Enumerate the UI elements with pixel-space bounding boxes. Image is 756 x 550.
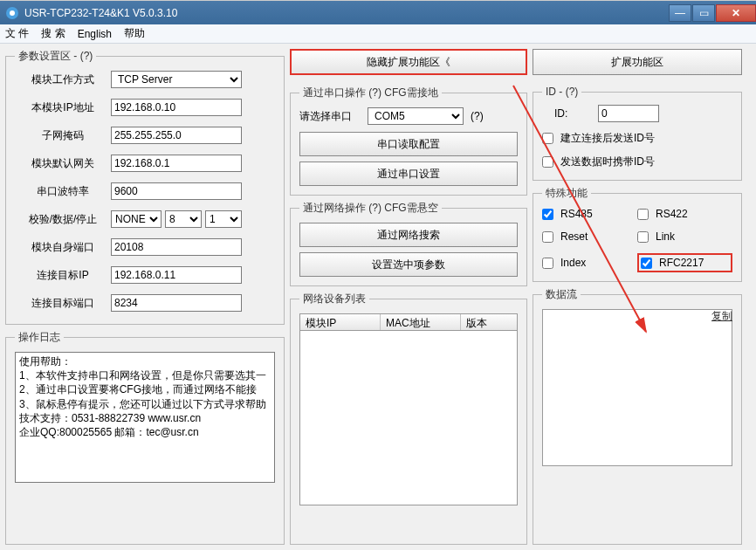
mode-select[interactable]: TCP Server [111, 71, 242, 88]
device-list-header: 模块IP MAC地址 版本 [299, 313, 518, 331]
titlebar: USR-TCP232-T24&K1 V5.0.3.10 — ▭ ✕ [0, 0, 756, 24]
col-ip[interactable]: 模块IP [300, 314, 381, 330]
copy-link[interactable]: 复制 [711, 309, 732, 324]
network-panel: 通过网络操作 (?) CFG需悬空 通过网络搜索 设置选中项参数 [290, 201, 527, 286]
reset-row[interactable]: Reset [542, 230, 637, 243]
index-label: Index [560, 257, 586, 269]
id-panel: ID - (?) ID: 建立连接后发送ID号 发送数据时携带ID号 [533, 86, 742, 181]
target-port-label: 连接目标端口 [15, 296, 111, 311]
app-icon [5, 6, 19, 20]
svg-point-1 [10, 10, 15, 16]
rs485-checkbox[interactable] [542, 209, 553, 220]
menu-english[interactable]: English [78, 28, 112, 40]
rs422-label: RS422 [656, 208, 688, 220]
data-id-row[interactable]: 发送数据时携带ID号 [542, 155, 732, 169]
set-selected-button[interactable]: 设置选中项参数 [299, 252, 518, 277]
reset-label: Reset [560, 230, 588, 243]
rs485-row[interactable]: RS485 [542, 208, 637, 220]
parity-select[interactable]: NONE [111, 210, 162, 228]
local-port-label: 模块自身端口 [15, 240, 111, 255]
link-checkbox[interactable] [637, 231, 649, 243]
hide-extend-button[interactable]: 隐藏扩展功能区《 [290, 49, 527, 75]
params-panel: 参数设置区 - (?) 模块工作方式 TCP Server 本模块IP地址 子网… [5, 49, 285, 325]
ip-input[interactable] [111, 99, 242, 116]
id-input[interactable] [598, 105, 659, 122]
col-mac[interactable]: MAC地址 [381, 314, 461, 330]
link-row[interactable]: Link [637, 230, 732, 243]
data-id-label: 发送数据时携带ID号 [560, 155, 655, 169]
index-row[interactable]: Index [542, 253, 637, 272]
id-legend: ID - (?) [542, 86, 581, 98]
serial-help-icon[interactable]: (?) [471, 110, 484, 122]
minimize-button[interactable]: — [669, 4, 691, 22]
pds-label: 校验/数据/停止 [15, 212, 111, 227]
window-buttons: — ▭ ✕ [668, 4, 756, 22]
window-title: USR-TCP232-T24&K1 V5.0.3.10 [24, 7, 668, 19]
menu-search[interactable]: 搜 索 [41, 26, 65, 41]
com-select[interactable]: COM5 [368, 107, 464, 125]
conn-id-label: 建立连接后发送ID号 [560, 131, 655, 146]
rfc2217-label: RFC2217 [659, 257, 704, 269]
mask-label: 子网掩码 [15, 128, 111, 143]
params-legend: 参数设置区 - (?) [15, 49, 96, 64]
rfc2217-checkbox[interactable] [641, 258, 652, 269]
mask-input[interactable] [111, 127, 242, 144]
index-checkbox[interactable] [542, 258, 553, 269]
rfc2217-row[interactable]: RFC2217 [641, 257, 704, 269]
oplog-text: 使用帮助： 1、本软件支持串口和网络设置，但是你只需要选其一 2、通过串口设置要… [15, 352, 275, 483]
device-list-panel: 网络设备列表 模块IP MAC地址 版本 [290, 292, 527, 545]
col-ver[interactable]: 版本 [461, 314, 517, 330]
target-ip-input[interactable] [111, 266, 242, 284]
rs422-checkbox[interactable] [637, 209, 649, 220]
net-search-button[interactable]: 通过网络搜索 [299, 223, 518, 247]
conn-id-row[interactable]: 建立连接后发送ID号 [542, 131, 732, 146]
special-panel: 特殊功能 RS485 RS422 Reset Link Index RFC221… [533, 186, 742, 282]
oplog-legend: 操作日志 [15, 330, 64, 345]
serial-set-button[interactable]: 通过串口设置 [299, 162, 518, 186]
rs422-row[interactable]: RS422 [637, 208, 732, 220]
target-ip-label: 连接目标IP [15, 268, 111, 283]
conn-id-checkbox[interactable] [542, 133, 553, 144]
menubar: 文 件 搜 索 English 帮助 [0, 24, 756, 44]
read-config-button[interactable]: 串口读取配置 [299, 132, 518, 156]
serial-panel: 通过串口操作 (?) CFG需接地 请选择串口 COM5 (?) 串口读取配置 … [290, 86, 527, 196]
expand-area-button[interactable]: 扩展功能区 [533, 49, 742, 75]
datastream-panel: 数据流 复制 [533, 287, 742, 545]
datastream-title: 数据流 [546, 288, 577, 300]
datastream-legend: 数据流 [542, 287, 581, 302]
menu-help[interactable]: 帮助 [124, 26, 145, 41]
select-serial-label: 请选择串口 [299, 109, 368, 124]
target-port-input[interactable] [111, 294, 242, 312]
reset-checkbox[interactable] [542, 231, 553, 243]
gw-input[interactable] [111, 155, 242, 172]
rs485-label: RS485 [560, 208, 593, 220]
link-label: Link [656, 230, 675, 243]
device-list-body[interactable] [299, 331, 518, 505]
baud-input[interactable] [111, 182, 242, 200]
rfc2217-highlight: RFC2217 [637, 253, 732, 272]
close-button[interactable]: ✕ [716, 4, 756, 22]
id-label: ID: [554, 107, 598, 120]
serial-legend: 通过串口操作 (?) CFG需接地 [299, 86, 442, 100]
oplog-panel: 操作日志 使用帮助： 1、本软件支持串口和网络设置，但是你只需要选其一 2、通过… [5, 330, 285, 545]
special-legend: 特殊功能 [542, 186, 591, 201]
datastream-box[interactable] [542, 309, 732, 466]
gw-label: 模块默认网关 [15, 156, 111, 171]
device-list-legend: 网络设备列表 [299, 292, 369, 306]
stopbits-select[interactable]: 1 [205, 210, 242, 228]
ip-label: 本模块IP地址 [15, 100, 111, 115]
databits-select[interactable]: 8 [165, 210, 202, 228]
local-port-input[interactable] [111, 238, 242, 256]
network-legend: 通过网络操作 (?) CFG需悬空 [299, 201, 442, 216]
menu-file[interactable]: 文 件 [5, 26, 29, 41]
maximize-button[interactable]: ▭ [692, 4, 715, 22]
baud-label: 串口波特率 [15, 184, 111, 199]
data-id-checkbox[interactable] [542, 156, 553, 168]
mode-label: 模块工作方式 [15, 72, 111, 87]
